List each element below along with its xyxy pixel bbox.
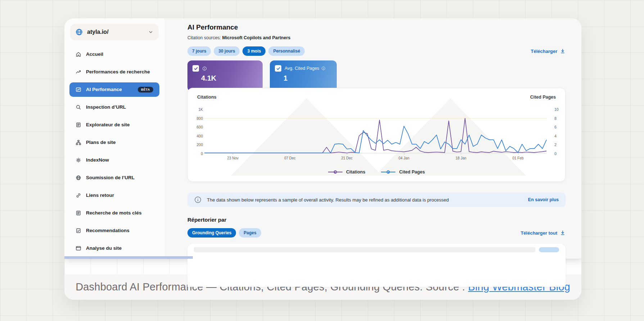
sidebar-item-ai-performance[interactable]: AI Performance BÊTA — [69, 82, 159, 97]
sidebar-item-label: AI Performance — [86, 87, 122, 92]
sidebar-nav: Accueil Performances de recherche AI Per… — [64, 45, 164, 257]
chart-plot-area[interactable]: 1K 800 600 400 200 0 10 8 6 4 2 0 — [204, 109, 547, 153]
filter-30-jours[interactable]: 30 jours — [214, 46, 240, 56]
bing-webmaster-dashboard: atyla.io/ Accueil Performances de recher… — [64, 18, 581, 259]
beta-badge: BÊTA — [138, 87, 153, 92]
x-tick — [404, 153, 404, 155]
x-tick-label: 18 Jan — [455, 156, 466, 160]
site-selector[interactable]: atyla.io/ — [70, 24, 159, 40]
grounding-queries-table-cutoff — [187, 244, 566, 287]
info-icon — [194, 196, 201, 203]
y-tick-left: 200 — [189, 143, 203, 147]
citations-checkbox[interactable] — [192, 65, 199, 72]
globe-icon — [76, 175, 81, 181]
sidebar-item-label: Plans de site — [86, 140, 116, 145]
main-content: AI Performance Citation sources: Microso… — [164, 18, 581, 259]
sidebar-item-liens-retour[interactable]: Liens retour — [69, 186, 159, 204]
filters-row: 7 jours 30 jours 3 mois Personnalisé Tél… — [187, 46, 566, 56]
cited-pages-metric-card[interactable]: Avg. Cited Pages 1 — [270, 60, 337, 91]
section-title: Répertorier par — [187, 217, 566, 223]
cited-pages-card-header: Avg. Cited Pages — [285, 66, 326, 71]
metric-cards: 4.1K Avg. Cited Pages 1 — [187, 60, 566, 91]
search-icon — [76, 104, 81, 110]
sidebar-item-performances-recherche[interactable]: Performances de recherche — [69, 63, 159, 81]
sidebar-item-label: Explorateur de site — [86, 122, 130, 127]
download-icon — [560, 48, 566, 54]
citations-line-marker — [328, 172, 343, 172]
document-list-icon — [76, 122, 81, 128]
sidebar-item-recherche-mots-cles[interactable]: Recherche de mots clés — [69, 204, 159, 222]
sidebar-item-label: Analyse du site — [86, 245, 122, 251]
table-header-strip — [194, 247, 535, 252]
y-tick-left: 800 — [189, 116, 203, 121]
citation-sources: Citation sources: Microsoft Copilots and… — [187, 35, 566, 40]
download-all-button[interactable]: Télécharger tout — [521, 230, 566, 236]
list-tabs: Grounding Queries Pages — [187, 228, 261, 238]
sidebar-item-label: Inspection d’URL — [86, 104, 126, 110]
citations-metric-card[interactable]: 4.1K — [187, 60, 263, 91]
info-icon — [321, 66, 326, 71]
download-label: Télécharger — [531, 49, 557, 54]
citations-chart-panel: Citations Cited Pages 1K 800 600 400 200… — [187, 88, 566, 182]
sidebar-item-accueil[interactable]: Accueil — [69, 45, 159, 63]
browser-window-icon — [76, 245, 81, 251]
citations-value: 4.1K — [192, 74, 258, 82]
globe-icon — [75, 28, 83, 36]
x-tick-label: 23 Nov — [227, 156, 239, 160]
left-axis-title: Citations — [197, 95, 216, 100]
sidebar-item-label: Recommendations — [86, 228, 130, 233]
y-tick-right: 10 — [549, 107, 564, 112]
chart-image-icon — [76, 87, 81, 92]
x-tick-label: 21 Dec — [341, 156, 353, 160]
x-tick — [233, 153, 233, 155]
y-tick-right: 4 — [549, 134, 564, 138]
filter-personnalise[interactable]: Personnalisé — [268, 46, 305, 56]
legend-cited-pages[interactable]: Cited Pages — [381, 169, 425, 175]
sidebar-item-plans-site[interactable]: Plans de site — [69, 134, 159, 151]
tab-grounding-queries[interactable]: Grounding Queries — [187, 228, 236, 238]
sidebar-item-soumission-url[interactable]: Soumission de l’URL — [69, 169, 159, 186]
sidebar: atyla.io/ Accueil Performances de recher… — [64, 18, 164, 259]
cited-pages-label: Avg. Cited Pages — [285, 66, 319, 71]
filter-7-jours[interactable]: 7 jours — [187, 46, 211, 56]
framed-presentation-card: atyla.io/ Accueil Performances de recher… — [64, 18, 581, 300]
cited-pages-value: 1 — [275, 74, 332, 82]
document-check-icon — [76, 228, 81, 234]
sidebar-item-analyse-site[interactable]: Analyse du site — [69, 239, 159, 257]
legend-citations[interactable]: Citations — [328, 169, 365, 175]
x-tick-label: 01 Feb — [512, 156, 523, 160]
download-icon — [560, 230, 566, 236]
chevron-down-icon — [148, 29, 154, 35]
download-button[interactable]: Télécharger — [531, 48, 566, 54]
sidebar-item-label: Recherche de mots clés — [86, 210, 142, 216]
info-icon — [202, 66, 207, 71]
sidebar-item-indexnow[interactable]: IndexNow — [69, 151, 159, 169]
site-name: atyla.io/ — [87, 29, 109, 35]
sidebar-item-explorateur-site[interactable]: Explorateur de site — [69, 116, 159, 134]
x-tick — [518, 153, 518, 155]
sidebar-item-inspection-url[interactable]: Inspection d’URL — [69, 98, 159, 116]
page-title: AI Performance — [187, 23, 566, 31]
cited-pages-line-marker — [381, 172, 395, 172]
document-text-icon — [76, 210, 81, 216]
sidebar-item-recommendations[interactable]: Recommendations — [69, 222, 159, 239]
info-banner: The data shown below represents a sample… — [187, 193, 566, 207]
citations-card-header — [202, 66, 207, 71]
sidebar-item-label: Liens retour — [86, 193, 114, 198]
filter-3-mois[interactable]: 3 mois — [242, 46, 266, 56]
cited-pages-checkbox[interactable] — [275, 65, 281, 72]
x-tick-label: 07 Dec — [284, 156, 296, 160]
trending-up-icon — [76, 69, 81, 75]
sidebar-item-label: IndexNow — [86, 157, 109, 163]
citation-sources-value: Microsoft Copilots and Partners — [222, 35, 291, 40]
date-range-pills: 7 jours 30 jours 3 mois Personnalisé — [187, 46, 305, 56]
chart-legend: Citations Cited Pages — [188, 169, 565, 175]
learn-more-link[interactable]: En savoir plus — [528, 197, 559, 202]
tab-pages[interactable]: Pages — [239, 228, 261, 238]
sitemap-icon — [76, 140, 81, 145]
legend-label: Cited Pages — [399, 169, 425, 175]
citation-sources-label: Citation sources: — [187, 35, 221, 40]
table-header-pill — [539, 247, 559, 252]
y-tick-left: 0 — [189, 152, 203, 156]
y-tick-left: 1K — [189, 107, 203, 112]
